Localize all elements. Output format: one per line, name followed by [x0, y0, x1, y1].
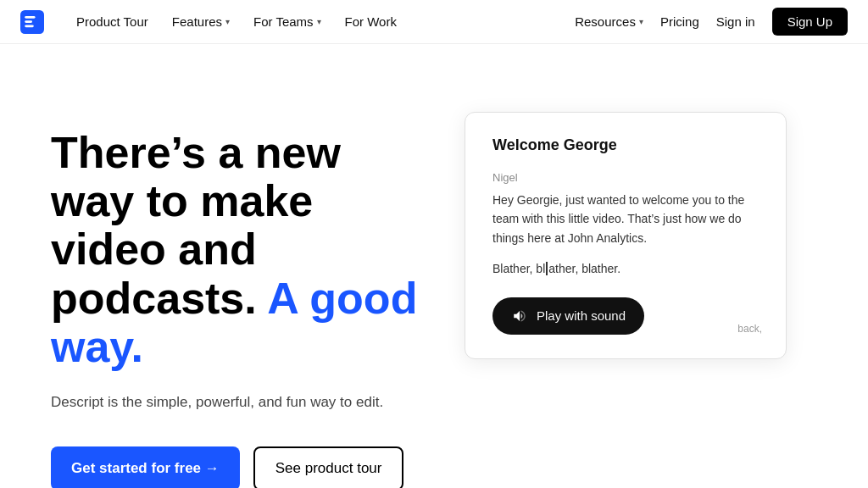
sound-icon: [511, 308, 528, 324]
hero-heading: There’s a new way to make video and podc…: [51, 129, 434, 371]
svg-rect-0: [20, 10, 44, 34]
back-text: back,: [737, 323, 762, 335]
signup-button[interactable]: Sign Up: [772, 8, 848, 36]
hero-right: Welcome George Nigel Hey Georgie, just w…: [434, 112, 817, 359]
hero-left: There’s a new way to make video and podc…: [51, 112, 434, 488]
play-label: Play with sound: [537, 308, 626, 323]
transcript-text-1: Hey Georgie, just wanted to welcome you …: [492, 191, 759, 247]
transcript-text-2: Blather, blather, blather.: [492, 259, 759, 278]
play-with-sound-button[interactable]: Play with sound: [492, 297, 644, 335]
transcript-sender: Nigel: [492, 171, 759, 184]
nav-resources[interactable]: Resources ▾: [575, 14, 643, 29]
preview-title: Welcome George: [492, 136, 759, 154]
svg-rect-2: [25, 20, 32, 23]
navbar-left: Product Tour Features ▾ For Teams ▾ For …: [20, 10, 397, 34]
resources-chevron-icon: ▾: [639, 17, 643, 26]
text-cursor: [546, 262, 548, 275]
hero-subtext: Descript is the simple, powerful, and fu…: [51, 391, 434, 413]
nav-product-tour[interactable]: Product Tour: [76, 14, 148, 29]
svg-rect-3: [25, 25, 34, 27]
logo[interactable]: [20, 10, 44, 34]
nav-for-work[interactable]: For Work: [345, 14, 397, 29]
logo-icon: [20, 10, 44, 34]
hero-buttons: Get started for free → See product tour: [51, 446, 434, 488]
nav-features[interactable]: Features ▾: [172, 14, 230, 29]
svg-rect-1: [25, 16, 35, 19]
for-teams-chevron-icon: ▾: [317, 17, 321, 26]
nav-for-teams[interactable]: For Teams ▾: [253, 14, 321, 29]
main-content: There’s a new way to make video and podc…: [0, 44, 868, 488]
navbar-right: Resources ▾ Pricing Sign in Sign Up: [575, 8, 848, 36]
video-preview-card: Welcome George Nigel Hey Georgie, just w…: [465, 112, 787, 359]
signin-link[interactable]: Sign in: [716, 14, 755, 29]
features-chevron-icon: ▾: [225, 17, 230, 26]
navbar: Product Tour Features ▾ For Teams ▾ For …: [0, 0, 868, 44]
see-product-tour-button[interactable]: See product tour: [253, 446, 404, 488]
get-started-button[interactable]: Get started for free →: [51, 446, 240, 488]
nav-pricing[interactable]: Pricing: [660, 14, 699, 29]
